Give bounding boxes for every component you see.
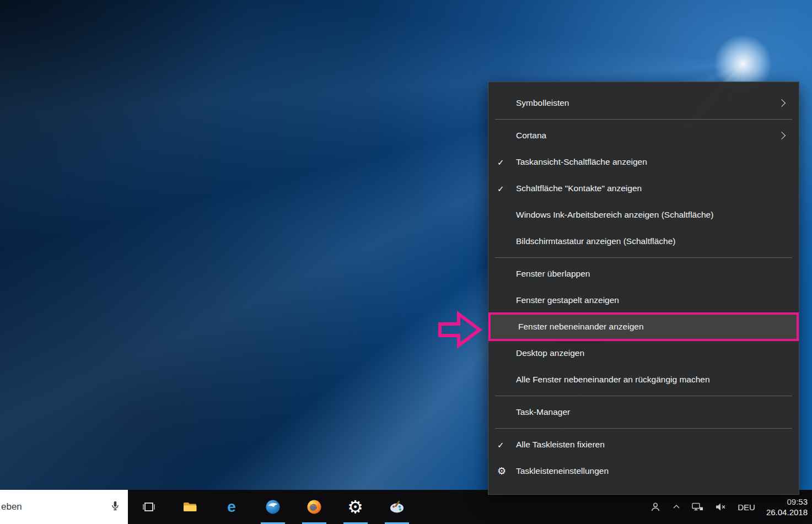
language-indicator[interactable]: DEU (732, 503, 761, 512)
edge-icon: e (223, 499, 240, 515)
search-text: eben (1, 501, 109, 512)
chevron-right-icon (778, 132, 786, 139)
volume-muted-icon (714, 500, 727, 514)
menu-item-label: Cortana (516, 131, 779, 141)
settings-button[interactable]: ⚙ (335, 490, 376, 524)
ethernet-network-icon (691, 500, 704, 514)
thunderbird-icon (265, 499, 281, 515)
menu-item-label: Desktop anzeigen (516, 348, 799, 358)
menu-item-windows-ink[interactable]: Windows Ink-Arbeitsbereich anzeigen (Sch… (488, 202, 799, 228)
paint-palette-icon (389, 499, 405, 515)
callout-arrow-icon (438, 311, 483, 352)
menu-item-label: Fenster überlappen (516, 269, 799, 279)
menu-item-fenster-nebeneinander[interactable]: Fenster nebeneinander anzeigen (488, 312, 799, 341)
menu-separator (495, 119, 792, 120)
file-explorer-button[interactable] (169, 490, 211, 524)
folder-icon (182, 499, 198, 515)
menu-item-kontakte[interactable]: ✓ Schaltfläche "Kontakte" anzeigen (488, 175, 799, 202)
menu-item-label: Task-Manager (516, 407, 799, 417)
menu-item-rueckgaengig[interactable]: Alle Fenster nebeneinander an rückgängig… (488, 366, 799, 393)
firefox-button[interactable] (293, 490, 335, 524)
firefox-icon (306, 499, 322, 515)
show-hidden-icons-button[interactable] (667, 490, 686, 524)
people-button[interactable] (644, 490, 667, 524)
gear-icon: ⚙ (488, 466, 516, 476)
edge-button[interactable]: e (211, 490, 252, 524)
menu-item-label: Fenster nebeneinander anzeigen (518, 322, 797, 332)
menu-item-label: Bildschirmtastatur anzeigen (Schaltfläch… (516, 236, 799, 246)
menu-item-cortana[interactable]: Cortana (488, 122, 799, 149)
clock-date: 26.04.2018 (766, 507, 808, 517)
thunderbird-button[interactable] (252, 490, 293, 524)
task-view-button[interactable] (128, 490, 169, 524)
menu-separator (495, 257, 792, 258)
menu-item-label: Alle Taskleisten fixieren (516, 440, 799, 450)
menu-item-taskansicht[interactable]: ✓ Taskansicht-Schaltfläche anzeigen (488, 149, 799, 175)
menu-item-task-manager[interactable]: Task-Manager (488, 399, 799, 425)
menu-item-bildschirmtastatur[interactable]: Bildschirmtastatur anzeigen (Schaltfläch… (488, 228, 799, 255)
network-button[interactable] (686, 490, 709, 524)
menu-separator (495, 428, 792, 429)
svg-text:e: e (227, 499, 236, 515)
menu-item-label: Schaltfläche "Kontakte" anzeigen (516, 183, 799, 193)
taskbar-search[interactable]: eben (0, 490, 128, 524)
chevron-up-icon (672, 503, 681, 511)
menu-item-label: Taskansicht-Schaltfläche anzeigen (516, 157, 799, 167)
microphone-icon[interactable] (109, 500, 121, 514)
menu-item-label: Taskleisteneinstellungen (516, 466, 799, 476)
taskbar-context-menu: Symbolleisten Cortana ✓ Taskansicht-Scha… (488, 82, 799, 495)
menu-item-symbolleisten[interactable]: Symbolleisten (488, 90, 799, 116)
taskbar: eben e (0, 490, 812, 524)
menu-item-taskleisteneinstellungen[interactable]: ⚙ Taskleisteneinstellungen (488, 458, 799, 484)
menu-item-fenster-gestapelt[interactable]: Fenster gestapelt anzeigen (488, 287, 799, 314)
menu-item-label: Windows Ink-Arbeitsbereich anzeigen (Sch… (516, 210, 799, 220)
task-view-icon (141, 499, 157, 515)
clock[interactable]: 09:53 26.04.2018 (761, 496, 812, 517)
clock-time: 09:53 (766, 496, 808, 507)
person-icon (649, 500, 662, 514)
check-icon: ✓ (488, 441, 516, 449)
menu-item-label: Fenster gestapelt anzeigen (516, 295, 799, 305)
chevron-right-icon (778, 99, 786, 107)
paint-button[interactable] (376, 490, 417, 524)
menu-item-desktop-anzeigen[interactable]: Desktop anzeigen (488, 340, 799, 366)
menu-item-label: Alle Fenster nebeneinander an rückgängig… (516, 375, 799, 385)
settings-gear-icon: ⚙ (347, 498, 363, 516)
menu-item-fenster-ueberlappen[interactable]: Fenster überlappen (488, 261, 799, 287)
check-icon: ✓ (488, 158, 516, 166)
system-tray: DEU 09:53 26.04.2018 (644, 490, 812, 524)
volume-button[interactable] (709, 490, 732, 524)
menu-item-taskleisten-fixieren[interactable]: ✓ Alle Taskleisten fixieren (488, 431, 799, 458)
menu-item-label: Symbolleisten (516, 98, 779, 108)
menu-separator (495, 396, 792, 396)
check-icon: ✓ (488, 185, 516, 193)
